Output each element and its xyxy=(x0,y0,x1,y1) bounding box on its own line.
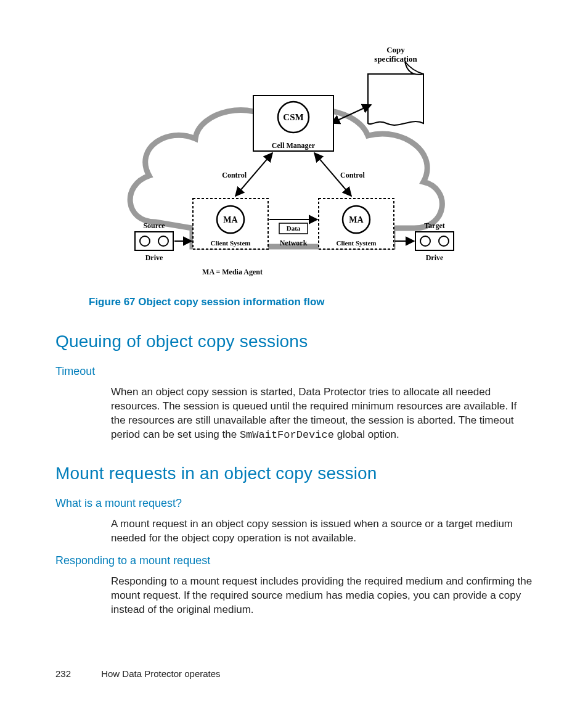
para-timeout: When an object copy session is started, … xyxy=(111,385,533,443)
figure-diagram: Copy specification CSM Cell Manager Cont… xyxy=(97,31,491,290)
heading-what-is-mount: What is a mount request? xyxy=(55,497,533,510)
drive-right-label: Drive xyxy=(426,253,444,262)
para-timeout-b: global option. xyxy=(334,429,399,440)
svg-rect-11 xyxy=(135,232,173,250)
ma-right-label: MA xyxy=(349,215,364,224)
control-right-label: Control xyxy=(340,171,365,179)
figure-caption: Figure 67 Object copy session informatio… xyxy=(89,296,533,308)
drive-left-label: Drive xyxy=(145,253,163,262)
para-what-is-mount: A mount request in an object copy sessio… xyxy=(111,517,533,546)
network-label: Network xyxy=(280,239,308,247)
svg-rect-15 xyxy=(415,232,454,250)
client-right-label: Client System xyxy=(336,239,376,247)
heading-timeout: Timeout xyxy=(55,365,533,378)
page-number: 232 xyxy=(55,668,99,679)
para-responding: Responding to a mount request includes p… xyxy=(111,575,533,617)
client-left-label: Client System xyxy=(210,239,250,247)
source-label: Source xyxy=(143,221,165,230)
page-footer: 232 How Data Protector operates xyxy=(55,668,221,679)
legend-label: MA = Media Agent xyxy=(202,268,263,276)
copy-spec-label-1: Copy xyxy=(386,45,405,54)
target-label: Target xyxy=(424,221,445,230)
control-left-label: Control xyxy=(222,171,247,179)
heading-mount-requests: Mount requests in an object copy session xyxy=(55,464,533,483)
chapter-title: How Data Protector operates xyxy=(101,668,220,679)
cell-manager-label: Cell Manager xyxy=(272,141,316,150)
heading-responding: Responding to a mount request xyxy=(55,554,533,567)
heading-queuing: Queuing of object copy sessions xyxy=(55,332,533,351)
csm-label: CSM xyxy=(283,112,303,122)
code-smwaitfordevice: SmWaitForDevice xyxy=(240,429,334,441)
copy-spec-label-2: specification xyxy=(374,54,417,64)
ma-left-label: MA xyxy=(223,215,238,224)
data-label: Data xyxy=(287,224,301,232)
